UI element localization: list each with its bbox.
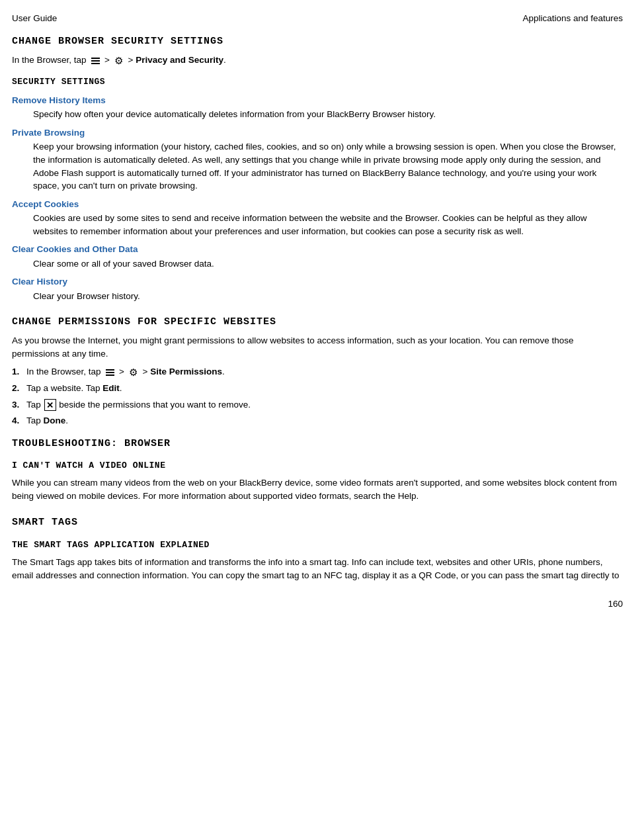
smart-tags-section: Smart Tags The Smart Tags Application Ex…	[12, 515, 623, 582]
accept-cookies-title: Accept Cookies	[12, 198, 623, 211]
step-2-period: .	[120, 383, 122, 393]
permissions-steps-list: 1. In the Browser, tap > ⚙ > Site Permis…	[12, 365, 623, 427]
accept-cookies-desc: Cookies are used by some sites to send a…	[33, 212, 623, 238]
clear-cookies-desc: Clear some or all of your saved Browser …	[33, 257, 623, 271]
smart-tags-app-heading: The Smart Tags Application Explained	[12, 539, 623, 552]
step-1-text-before: In the Browser, tap	[26, 367, 101, 376]
smart-tags-desc: The Smart Tags app takes bits of informa…	[12, 556, 623, 582]
menu-icon	[89, 55, 101, 67]
page-number: 160	[12, 597, 623, 611]
security-settings-heading: Security Settings	[12, 76, 623, 89]
remove-history-title: Remove History Items	[12, 94, 623, 107]
period1: .	[223, 55, 226, 65]
header-left: User Guide	[12, 12, 57, 25]
step-2-num: 2.	[12, 382, 26, 395]
troubleshooting-desc: While you can stream many videos from th…	[12, 476, 623, 502]
cant-watch-video-heading: I Can't Watch a Video Online	[12, 460, 623, 472]
permissions-step-4: 4. Tap Done.	[12, 414, 623, 427]
site-permissions-label: Site Permissions	[150, 367, 222, 376]
step-2-content: Tap a website. Tap Edit.	[26, 382, 122, 395]
step-3-content: Tap ✕ beside the permissions that you wa…	[26, 398, 251, 412]
troubleshooting-section: Troubleshooting: Browser I Can't Watch a…	[12, 437, 623, 503]
step-4-content: Tap Done.	[26, 414, 68, 427]
step-2-text: Tap a website. Tap	[26, 383, 101, 393]
edit-label: Edit	[102, 383, 120, 393]
troubleshooting-heading: Troubleshooting: Browser	[12, 437, 623, 451]
clear-history-desc: Clear your Browser history.	[33, 290, 623, 303]
step-1-num: 1.	[12, 365, 26, 378]
remove-history-desc: Specify how often your device automatica…	[33, 108, 623, 121]
step-1-period: .	[222, 367, 225, 376]
permissions-step-2: 2. Tap a website. Tap Edit.	[12, 382, 623, 395]
permissions-step-3: 3. Tap ✕ beside the permissions that you…	[12, 398, 623, 412]
arrow2: >	[128, 55, 136, 65]
step-1-content: In the Browser, tap > ⚙ > Site Permissio…	[26, 365, 225, 378]
step-4-text: Tap	[26, 416, 41, 425]
gear-icon-step1: ⚙	[128, 367, 140, 378]
done-label: Done	[44, 416, 66, 425]
private-browsing-title: Private Browsing	[12, 126, 623, 140]
privacy-security-label: Privacy and Security	[136, 55, 223, 65]
step-1-arrow1: >	[119, 367, 127, 376]
change-browser-security-section: Change Browser Security Settings In the …	[12, 34, 623, 67]
step-4-period: .	[65, 416, 68, 425]
x-icon: ✕	[44, 399, 56, 411]
private-browsing-desc: Keep your browsing information (your his…	[33, 140, 623, 192]
step-3-text-before: Tap	[26, 400, 41, 410]
change-permissions-section: Change Permissions for Specific Websites…	[12, 315, 623, 427]
intro-text-before: In the Browser, tap	[12, 55, 87, 65]
change-permissions-intro: As you browse the Internet, you might gr…	[12, 334, 623, 360]
step-3-text-after: beside the permissions that you want to …	[59, 400, 251, 410]
header-right: Applications and features	[522, 12, 623, 25]
permissions-step-1: 1. In the Browser, tap > ⚙ > Site Permis…	[12, 365, 623, 378]
step-4-num: 4.	[12, 414, 26, 427]
smart-tags-heading: Smart Tags	[12, 515, 623, 530]
security-settings-section: Security Settings Remove History Items S…	[12, 76, 623, 303]
change-browser-security-intro: In the Browser, tap > ⚙ > Privacy and Se…	[12, 54, 623, 67]
step-1-arrow2: >	[143, 367, 151, 376]
gear-icon: ⚙	[113, 55, 125, 67]
clear-cookies-title: Clear Cookies and Other Data	[12, 243, 623, 256]
menu-icon-step1	[104, 367, 116, 378]
change-browser-security-heading: Change Browser Security Settings	[12, 34, 623, 49]
clear-history-title: Clear History	[12, 275, 623, 288]
step-3-num: 3.	[12, 398, 26, 412]
arrow1: >	[104, 55, 112, 65]
page-header: User Guide Applications and features	[12, 12, 623, 25]
change-permissions-heading: Change Permissions for Specific Websites	[12, 315, 623, 330]
